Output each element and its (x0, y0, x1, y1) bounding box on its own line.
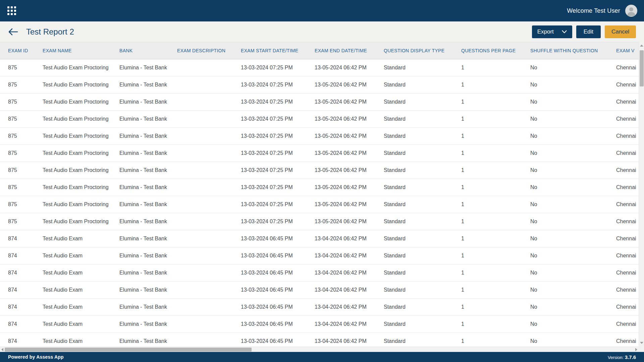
cell-exam-end-datetime: 13-05-2024 06:42 PM (315, 179, 384, 196)
horizontal-scrollbar-thumb[interactable] (5, 348, 252, 352)
scrollbar-corner (639, 347, 644, 352)
cell-question-display-type: Standard (384, 94, 461, 110)
table-row[interactable]: 874Test Audio ExamElumina - Test Bank13-… (0, 299, 639, 316)
table-row[interactable]: 874Test Audio ExamElumina - Test Bank13-… (0, 282, 639, 299)
cell-shuffle-within-question: No (530, 333, 616, 347)
cell-question-display-type: Standard (384, 247, 461, 264)
cell-exam-end-datetime: 13-05-2024 06:42 PM (315, 94, 384, 110)
cell-exam-id: 875 (0, 128, 43, 144)
table-row[interactable]: 874Test Audio ExamElumina - Test Bank13-… (0, 316, 639, 333)
person-icon (625, 5, 637, 17)
cell-exam-description (177, 128, 241, 144)
table-row[interactable]: 875Test Audio Exam ProctoringElumina - T… (0, 76, 639, 94)
cell-exam-description (177, 145, 241, 162)
table-row[interactable]: 874Test Audio ExamElumina - Test Bank13-… (0, 264, 639, 282)
column-header-exam-name: EXAM NAME (43, 42, 119, 59)
cell-question-display-type: Standard (384, 230, 461, 247)
cell-exam-start-datetime: 13-03-2024 07:25 PM (241, 213, 315, 230)
table-row[interactable]: 875Test Audio Exam ProctoringElumina - T… (0, 128, 639, 145)
cell-exam-description (177, 94, 241, 110)
avatar[interactable] (625, 5, 637, 17)
column-header-question-display-type: QUESTION DISPLAY TYPE (384, 42, 461, 59)
cell-question-display-type: Standard (384, 333, 461, 347)
cell-exam-id: 874 (0, 247, 43, 264)
cell-exam-name: Test Audio Exam (43, 333, 119, 347)
cell-shuffle-within-question: No (530, 213, 616, 230)
cell-exam-venue: Chennai (616, 282, 639, 298)
cell-shuffle-within-question: No (530, 196, 616, 213)
cell-exam-id: 874 (0, 230, 43, 247)
scroll-up-arrow-icon[interactable] (640, 45, 643, 47)
cell-shuffle-within-question: No (530, 145, 616, 162)
cell-exam-end-datetime: 13-04-2024 06:42 PM (315, 333, 384, 347)
cell-exam-name: Test Audio Exam (43, 316, 119, 333)
cell-questions-per-page: 1 (461, 94, 530, 110)
cell-exam-description (177, 59, 241, 76)
table-row[interactable]: 875Test Audio Exam ProctoringElumina - T… (0, 162, 639, 179)
table-row[interactable]: 874Test Audio ExamElumina - Test Bank13-… (0, 333, 639, 347)
scroll-left-arrow-icon[interactable] (1, 348, 3, 351)
cell-questions-per-page: 1 (461, 59, 530, 76)
cell-exam-start-datetime: 13-03-2024 06:45 PM (241, 264, 315, 281)
cell-exam-start-datetime: 13-03-2024 06:45 PM (241, 247, 315, 264)
column-header-exam-description: EXAM DESCRIPTION (177, 42, 241, 59)
cell-question-display-type: Standard (384, 59, 461, 76)
cell-exam-id: 875 (0, 196, 43, 213)
cell-questions-per-page: 1 (461, 196, 530, 213)
cell-exam-venue: Chennai (616, 316, 639, 333)
cell-exam-end-datetime: 13-05-2024 06:42 PM (315, 162, 384, 179)
table-row[interactable]: 875Test Audio Exam ProctoringElumina - T… (0, 111, 639, 128)
table-row[interactable]: 874Test Audio ExamElumina - Test Bank13-… (0, 247, 639, 264)
edit-button[interactable]: Edit (576, 25, 601, 38)
back-arrow-icon[interactable] (8, 28, 19, 36)
table-row[interactable]: 875Test Audio Exam ProctoringElumina - T… (0, 213, 639, 230)
export-button[interactable]: Export (532, 25, 572, 38)
cell-exam-venue: Chennai (616, 299, 639, 315)
table-row[interactable]: 875Test Audio Exam ProctoringElumina - T… (0, 145, 639, 162)
cell-exam-start-datetime: 13-03-2024 07:25 PM (241, 111, 315, 127)
page-title: Test Report 2 (26, 27, 74, 37)
cell-bank: Elumina - Test Bank (119, 162, 177, 179)
cell-exam-end-datetime: 13-05-2024 06:42 PM (315, 196, 384, 213)
table-row[interactable]: 875Test Audio Exam ProctoringElumina - T… (0, 94, 639, 111)
cell-questions-per-page: 1 (461, 282, 530, 298)
cell-shuffle-within-question: No (530, 299, 616, 315)
cell-exam-description (177, 162, 241, 179)
version-value: 3.7.6 (625, 354, 636, 360)
cell-exam-start-datetime: 13-03-2024 06:45 PM (241, 282, 315, 298)
table-row[interactable]: 875Test Audio Exam ProctoringElumina - T… (0, 59, 639, 76)
cancel-button[interactable]: Cancel (605, 25, 636, 38)
cell-exam-id: 875 (0, 76, 43, 93)
cell-exam-end-datetime: 13-05-2024 06:42 PM (315, 59, 384, 76)
table-row[interactable]: 875Test Audio Exam ProctoringElumina - T… (0, 179, 639, 196)
cell-exam-venue: Chennai (616, 145, 639, 162)
vertical-scrollbar[interactable] (639, 42, 644, 347)
apps-grid-icon[interactable] (7, 6, 16, 15)
cell-question-display-type: Standard (384, 316, 461, 333)
column-header-exam-id: EXAM ID (0, 42, 43, 59)
footer-bar: Powered by Assess App Version: 3.7.6 (0, 352, 644, 362)
exam-report-table: EXAM IDEXAM NAMEBANKEXAM DESCRIPTIONEXAM… (0, 42, 639, 347)
scroll-down-arrow-icon[interactable] (640, 342, 643, 344)
vertical-scrollbar-thumb[interactable] (640, 50, 644, 86)
cell-exam-start-datetime: 13-03-2024 07:25 PM (241, 94, 315, 110)
cell-questions-per-page: 1 (461, 213, 530, 230)
table-row[interactable]: 875Test Audio Exam ProctoringElumina - T… (0, 196, 639, 213)
horizontal-scrollbar[interactable] (0, 347, 639, 352)
cell-questions-per-page: 1 (461, 111, 530, 127)
version-label: Version: (608, 355, 624, 360)
cell-shuffle-within-question: No (530, 179, 616, 196)
cell-exam-name: Test Audio Exam Proctoring (43, 145, 119, 162)
cell-exam-venue: Chennai (616, 230, 639, 247)
cell-exam-venue: Chennai (616, 196, 639, 213)
cell-exam-start-datetime: 13-03-2024 07:25 PM (241, 179, 315, 196)
cell-exam-id: 875 (0, 145, 43, 162)
cell-exam-end-datetime: 13-05-2024 06:42 PM (315, 76, 384, 93)
cell-questions-per-page: 1 (461, 76, 530, 93)
cell-shuffle-within-question: No (530, 162, 616, 179)
cell-exam-description (177, 111, 241, 127)
table-row[interactable]: 874Test Audio ExamElumina - Test Bank13-… (0, 230, 639, 247)
scroll-right-arrow-icon[interactable] (635, 348, 637, 351)
cell-questions-per-page: 1 (461, 128, 530, 144)
cell-exam-start-datetime: 13-03-2024 06:45 PM (241, 316, 315, 333)
